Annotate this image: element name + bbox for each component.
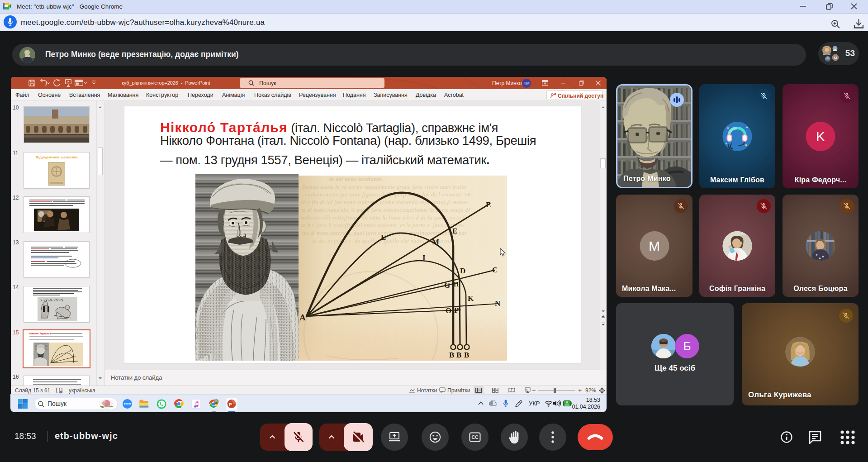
svg-text:P: P xyxy=(229,402,232,407)
svg-text:K: K xyxy=(468,294,474,303)
svg-text:A: A xyxy=(299,313,306,322)
svg-text:E: E xyxy=(486,200,491,209)
svg-text:D: D xyxy=(460,267,465,275)
svg-text:C: C xyxy=(492,266,498,274)
svg-text:B: B xyxy=(464,351,469,359)
svg-text:E: E xyxy=(381,233,386,242)
svg-text:G: G xyxy=(444,281,450,290)
svg-text:ch'e fin di tal ſuo moto viole: ch'e fin di tal ſuo moto violente, (come… xyxy=(300,199,467,205)
svg-text:I: I xyxy=(422,253,426,262)
svg-text:O: O xyxy=(446,306,451,315)
svg-text:x·√V+N·√V=N: x·√V+N·√V=N xyxy=(40,298,63,302)
svg-text:N: N xyxy=(495,299,501,308)
svg-text:E: E xyxy=(452,227,457,235)
svg-text:M: M xyxy=(432,238,439,246)
svg-text:ta del moto mediante.: ta del moto mediante. xyxy=(329,176,383,182)
svg-text:B: B xyxy=(449,351,454,359)
svg-text:ra b c ſava li traiеſſtо del m: ra b c ſava li traiеſſtо del mato violen… xyxy=(300,222,464,229)
svg-text:Нікколо Тарталья: Нікколо Тарталья xyxy=(29,332,51,335)
svg-text:Stempi queta ſe va corpo equal: Stempi queta ſe va corpo equalemente gra… xyxy=(302,184,466,190)
svg-text:B: B xyxy=(456,351,461,359)
svg-text:M: M xyxy=(834,56,837,60)
svg-text:CC: CC xyxy=(471,434,479,440)
svg-text:rà di moto naturale, il quale: rà di moto naturale, il quale ſava conci… xyxy=(300,207,470,213)
svg-text:H: H xyxy=(454,281,459,288)
svg-text:P: P xyxy=(454,306,459,314)
